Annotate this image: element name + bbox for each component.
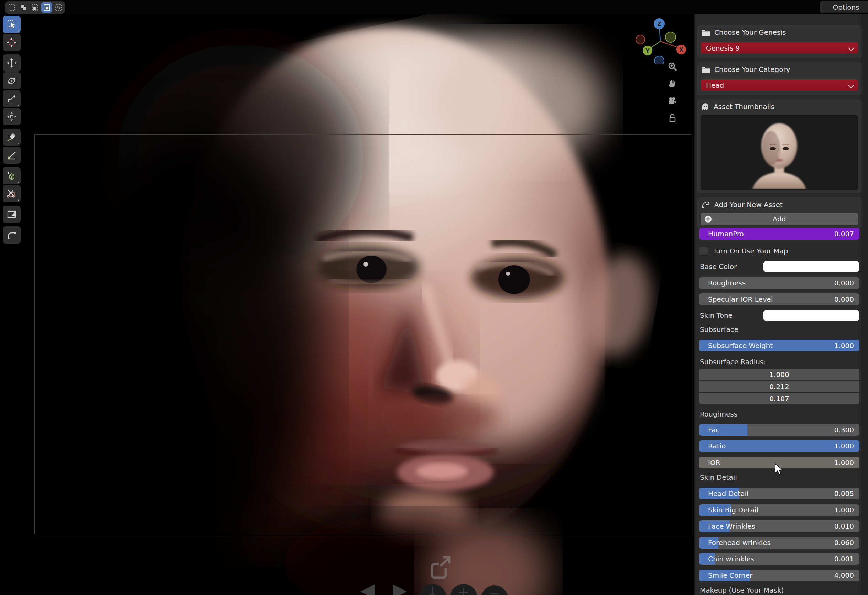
skin-big-detail-slider[interactable]: Skin Big Detail 1.000 [699, 504, 859, 516]
select-mode-intersect-button[interactable] [53, 2, 63, 13]
humanpro-slider[interactable]: HumanPro 0.007 [699, 228, 859, 240]
makeup-label: Makeup (Use Your Mask) [700, 586, 784, 594]
ghost-icon [701, 102, 710, 111]
use-map-row: Turn On Use Your Map [699, 246, 859, 256]
roughness-field[interactable]: Roughness 0.000 [699, 277, 859, 289]
camera-view-icon[interactable] [666, 95, 679, 107]
fac-slider[interactable]: Fac 0.300 [699, 424, 859, 436]
asset-thumbnail[interactable] [701, 115, 858, 190]
gizmo-axis-x[interactable]: X [676, 45, 686, 54]
gizmo-axis-neg-z[interactable] [654, 56, 664, 63]
options-button[interactable]: Options [820, 1, 868, 13]
genesis-dropdown[interactable]: Genesis 9 [701, 42, 858, 54]
select-mode-set-button[interactable] [6, 2, 17, 13]
gizmo-axis-neg-y[interactable] [666, 32, 676, 42]
pan-hand-icon[interactable] [666, 78, 679, 90]
ratio-slider[interactable]: Ratio 1.000 [699, 440, 859, 452]
thumbnails-panel: Asset Thumbnails [697, 99, 862, 193]
blender-window: Options [0, 0, 868, 595]
add-asset-panel-header[interactable]: Add Your New Asset [697, 197, 862, 212]
genesis-panel-header[interactable]: Choose Your Genesis [697, 25, 862, 40]
head-detail-slider[interactable]: Head Detail 0.005 [699, 488, 859, 499]
camera-frame-border [34, 134, 691, 534]
base-color-swatch[interactable] [763, 261, 859, 272]
cursor-3d-tool[interactable] [3, 34, 21, 51]
lock-icon[interactable] [666, 112, 679, 124]
share-icon[interactable] [427, 554, 453, 580]
category-dropdown[interactable]: Head [701, 80, 858, 91]
subsurface-radius-label: Subsurface Radius: [700, 358, 766, 366]
chevron-down-icon [849, 46, 854, 51]
sidebar-scroll-gutter[interactable] [861, 0, 868, 595]
move-tool[interactable] [3, 54, 21, 72]
mouse-cursor [775, 464, 785, 476]
forward-arrow-icon[interactable]: ▶ [393, 579, 407, 595]
use-map-checkbox[interactable] [699, 247, 708, 255]
svg-text:Y: Y [645, 47, 650, 54]
viewport-nav-icons [666, 61, 679, 124]
category-panel: Choose Your Category Head [697, 62, 862, 96]
navigation-gizmo[interactable]: Z X Y [635, 15, 689, 63]
image-plane-tool[interactable] [3, 206, 21, 223]
gizmo-axis-z[interactable]: Z [654, 18, 665, 29]
face-wrinkles-slider[interactable]: Face Wrinkles 0.010 [699, 520, 859, 532]
lasso-icon [701, 200, 710, 209]
annotate-tool[interactable] [3, 128, 21, 146]
thumbnails-panel-header[interactable]: Asset Thumbnails [697, 99, 862, 114]
select-mode-new-button[interactable] [18, 2, 28, 13]
add-cube-tool[interactable] [3, 167, 21, 185]
select-mode-subtract-button[interactable] [41, 2, 52, 13]
subsurface-label: Subsurface [700, 325, 738, 334]
add-asset-button[interactable]: Add [701, 213, 858, 225]
skin-tone-row: Skin Tone [699, 310, 859, 321]
transform-tool[interactable] [3, 108, 21, 125]
specular-ior-field[interactable]: Specular IOR Level 0.000 [699, 293, 859, 305]
folder-icon [701, 28, 710, 36]
subsurface-weight-slider[interactable]: Subsurface Weight 1.000 [699, 340, 859, 351]
subsurface-radius-z-field[interactable]: 0.107 [699, 393, 859, 404]
svg-text:X: X [679, 46, 683, 53]
select-box-tool[interactable] [3, 16, 21, 33]
trim-tool[interactable] [3, 185, 21, 202]
chevron-down-icon [849, 83, 854, 89]
viewport-header: Options [0, 0, 868, 14]
scale-tool[interactable] [3, 90, 21, 107]
subsurface-radius-x-field[interactable]: 1.000 [699, 369, 859, 380]
addon-sidebar: Welcome to HumanPro 1.0 Choose Your Gene… [694, 0, 868, 595]
smile-corner-slider[interactable]: Smile Corner 4.000 [699, 570, 859, 581]
gizmo-axis-y[interactable]: Y [643, 46, 652, 55]
rotate-tool[interactable] [3, 72, 21, 89]
curve-pen-tool[interactable] [3, 226, 21, 244]
select-mode-group [5, 1, 65, 14]
asset-thumbnail-image [701, 115, 858, 189]
plus-circle-icon [704, 215, 712, 223]
genesis-panel: Choose Your Genesis Genesis 9 [697, 25, 862, 59]
gizmo-axis-neg-x[interactable] [636, 35, 645, 44]
roughness-section-label: Roughness [700, 410, 737, 418]
chin-wrinkles-slider[interactable]: Chin wrinkles 0.001 [699, 553, 859, 565]
back-arrow-icon[interactable]: ◀ [360, 579, 375, 595]
select-mode-extend-button[interactable] [30, 2, 40, 13]
folder-icon [701, 66, 710, 73]
category-panel-header[interactable]: Choose Your Category [697, 62, 862, 77]
add-asset-panel: Add Your New Asset Add [697, 197, 862, 229]
svg-text:Z: Z [657, 21, 661, 27]
skin-detail-label: Skin Detail [700, 473, 737, 481]
skin-tone-swatch[interactable] [763, 310, 859, 321]
base-color-row: Base Color [699, 261, 859, 272]
subsurface-radius-y-field[interactable]: 0.212 [699, 381, 859, 392]
measure-tool[interactable] [3, 146, 21, 164]
forehead-wrinkles-slider[interactable]: Forehead wrinkles 0.060 [699, 537, 859, 549]
zoom-icon[interactable] [666, 61, 679, 73]
